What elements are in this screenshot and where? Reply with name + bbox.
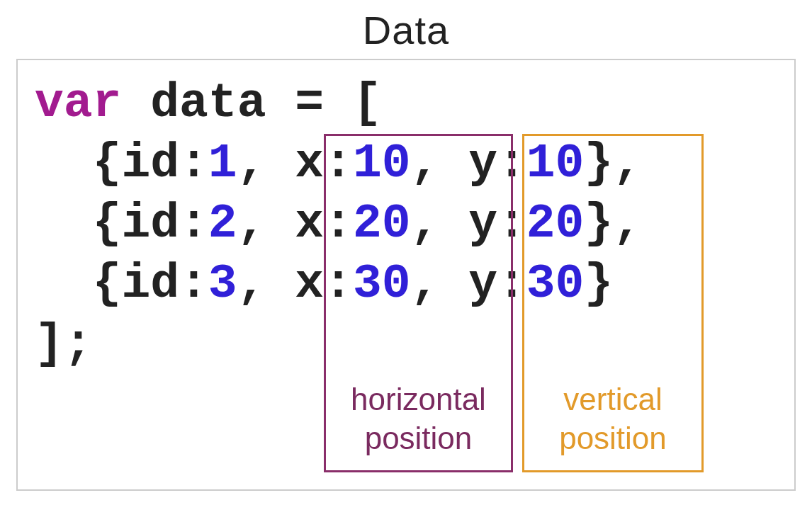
number: 2 — [208, 196, 237, 251]
slide-title: Data — [363, 7, 449, 53]
keyword-var: var — [35, 76, 121, 130]
annotation-box-x: horizontal position — [324, 134, 513, 472]
code-container: var data = [ {id:1, x:10, y:10}, {id:2, … — [16, 59, 796, 491]
annotation-label: horizontal — [326, 380, 511, 419]
annotation-label: vertical — [524, 380, 701, 419]
identifier-data: data — [150, 76, 266, 130]
annotation-label: position — [524, 419, 701, 458]
annotation-box-y: vertical position — [522, 134, 704, 472]
number: 3 — [208, 256, 237, 311]
number: 1 — [208, 136, 237, 191]
annotation-label: position — [326, 419, 511, 458]
